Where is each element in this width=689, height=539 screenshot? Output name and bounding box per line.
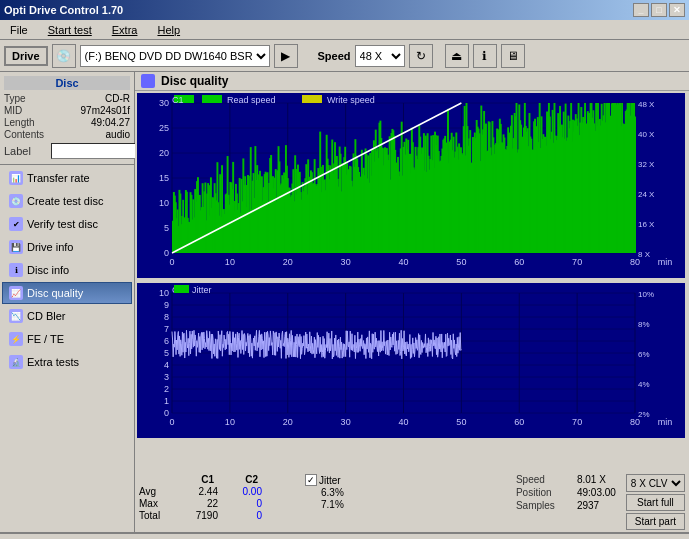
mid-value: 97m24s01f <box>81 105 130 116</box>
action-buttons: 8 X CLV Start full Start part <box>626 474 685 530</box>
c2-header: C2 <box>218 474 258 485</box>
drive-select[interactable]: (F:) BENQ DVD DD DW1640 BSRB <box>80 45 270 67</box>
total-c2: 0 <box>222 510 262 521</box>
length-label: Length <box>4 117 49 128</box>
mid-label: MID <box>4 105 49 116</box>
contents-row: Contents audio <box>4 129 130 140</box>
menu-bar: File Start test Extra Help <box>0 20 689 40</box>
max-c1: 22 <box>178 498 218 509</box>
contents-value: audio <box>106 129 130 140</box>
menu-file[interactable]: File <box>4 22 34 38</box>
eject-button[interactable]: ⏏ <box>445 44 469 68</box>
chart1-container <box>137 93 687 281</box>
maximize-button[interactable]: □ <box>651 3 667 17</box>
label-label: Label <box>4 145 49 157</box>
sidebar-item-create-test-disc[interactable]: 💿 Create test disc <box>2 190 132 212</box>
samples-stat-value: 2937 <box>577 500 599 511</box>
transfer-rate-icon: 📊 <box>9 171 23 185</box>
start-full-button[interactable]: Start full <box>626 494 685 511</box>
max-label: Max <box>139 498 174 509</box>
content-title-text: Disc quality <box>161 74 228 88</box>
avg-label: Avg <box>139 486 174 497</box>
sidebar-item-drive-info[interactable]: 💾 Drive info <box>2 236 132 258</box>
disc-quality-icon: 📈 <box>9 286 23 300</box>
label-row: Label 🔄 <box>4 142 130 160</box>
menu-help[interactable]: Help <box>151 22 186 38</box>
avg-c1: 2.44 <box>178 486 218 497</box>
chart2-container <box>137 283 687 471</box>
create-test-icon: 💿 <box>9 194 23 208</box>
sidebar-item-cd-bler[interactable]: 📉 CD Bler <box>2 305 132 327</box>
content-title-icon <box>141 74 155 88</box>
drive-info-label: Drive info <box>27 241 73 253</box>
cd-bler-icon: 📉 <box>9 309 23 323</box>
extra-tests-label: Extra tests <box>27 356 79 368</box>
c1-header: C1 <box>174 474 214 485</box>
speed-stat-label: Speed <box>516 474 571 485</box>
avg-c2: 0.00 <box>222 486 262 497</box>
total-label: Total <box>139 510 174 521</box>
sidebar-item-disc-quality[interactable]: 📈 Disc quality <box>2 282 132 304</box>
disc-quality-label: Disc quality <box>27 287 83 299</box>
sidebar-item-transfer-rate[interactable]: 📊 Transfer rate <box>2 167 132 189</box>
chart1-canvas <box>137 93 685 278</box>
start-part-button[interactable]: Start part <box>626 513 685 530</box>
chart2-canvas <box>137 283 685 438</box>
refresh-button[interactable]: ↻ <box>409 44 433 68</box>
close-button[interactable]: ✕ <box>669 3 685 17</box>
info-button[interactable]: ℹ <box>473 44 497 68</box>
sidebar-item-extra-tests[interactable]: 🔬 Extra tests <box>2 351 132 373</box>
jitter-avg-value: 6.3% <box>305 487 385 498</box>
disc-info-label: Disc info <box>27 264 69 276</box>
arrow-icon[interactable]: ▶ <box>274 44 298 68</box>
position-stat-value: 49:03.00 <box>577 487 616 498</box>
contents-label: Contents <box>4 129 49 140</box>
sidebar-item-verify-test-disc[interactable]: ✔ Verify test disc <box>2 213 132 235</box>
length-value: 49:04.27 <box>91 117 130 128</box>
jitter-checkbox[interactable]: ✓ <box>305 474 317 486</box>
window-controls: _ □ ✕ <box>633 3 685 17</box>
drive-label: Drive <box>4 46 48 66</box>
total-c1: 7190 <box>178 510 218 521</box>
minimize-button[interactable]: _ <box>633 3 649 17</box>
sidebar: Disc Type CD-R MID 97m24s01f Length 49:0… <box>0 72 135 532</box>
menu-start-test[interactable]: Start test <box>42 22 98 38</box>
nav-buttons: 📊 Transfer rate 💿 Create test disc ✔ Ver… <box>0 165 134 375</box>
max-c2: 0 <box>222 498 262 509</box>
sidebar-item-fe-te[interactable]: ⚡ FE / TE <box>2 328 132 350</box>
disc-info-section: Disc Type CD-R MID 97m24s01f Length 49:0… <box>0 72 134 165</box>
type-label: Type <box>4 93 49 104</box>
length-row: Length 49:04.27 <box>4 117 130 128</box>
fe-te-label: FE / TE <box>27 333 64 345</box>
status-bar: Test completed 100.0% 06:20 <box>0 532 689 539</box>
type-value: CD-R <box>105 93 130 104</box>
speed-stat-value: 8.01 X <box>577 474 606 485</box>
verify-test-label: Verify test disc <box>27 218 98 230</box>
transfer-rate-label: Transfer rate <box>27 172 90 184</box>
content-title-bar: Disc quality <box>135 72 689 91</box>
stats-row: C1 C2 Avg 2.44 0.00 Max 22 0 Total 7190 … <box>135 472 689 532</box>
menu-extra[interactable]: Extra <box>106 22 144 38</box>
extra-tests-icon: 🔬 <box>9 355 23 369</box>
disc-section-title: Disc <box>4 76 130 90</box>
create-test-label: Create test disc <box>27 195 103 207</box>
verify-test-icon: ✔ <box>9 217 23 231</box>
drive-info-icon: 💾 <box>9 240 23 254</box>
fe-te-icon: ⚡ <box>9 332 23 346</box>
jitter-label: Jitter <box>319 475 341 486</box>
position-stat-label: Position <box>516 487 571 498</box>
main-layout: Disc Type CD-R MID 97m24s01f Length 49:0… <box>0 72 689 532</box>
content-area: Disc quality C1 C2 Avg 2.44 <box>135 72 689 532</box>
jitter-max-value: 7.1% <box>305 499 385 510</box>
drive-icon: 💿 <box>52 44 76 68</box>
toolbar: Drive 💿 (F:) BENQ DVD DD DW1640 BSRB ▶ S… <box>0 40 689 72</box>
speed-select[interactable]: 48 X <box>355 45 405 67</box>
cd-bler-label: CD Bler <box>27 310 66 322</box>
charts-area <box>135 91 689 472</box>
title-bar: Opti Drive Control 1.70 _ □ ✕ <box>0 0 689 20</box>
settings-button[interactable]: 🖥 <box>501 44 525 68</box>
app-title: Opti Drive Control 1.70 <box>4 4 123 16</box>
speed-clv-select[interactable]: 8 X CLV <box>626 474 685 492</box>
speed-label: Speed <box>318 50 351 62</box>
sidebar-item-disc-info[interactable]: ℹ Disc info <box>2 259 132 281</box>
